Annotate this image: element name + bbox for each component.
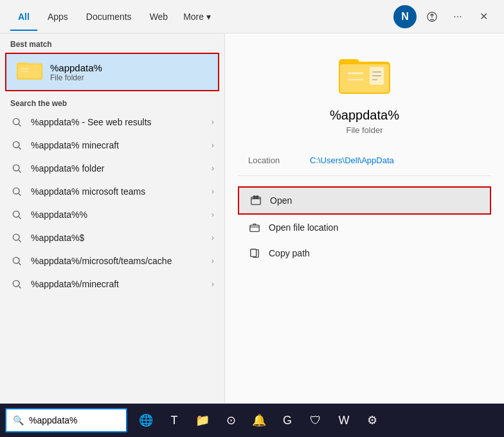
result-arrow-icon: ›: [212, 164, 214, 173]
svg-rect-36: [251, 249, 256, 257]
result-arrow-icon: ›: [212, 210, 214, 219]
result-item[interactable]: %appdata%% ›: [0, 203, 224, 226]
svg-line-15: [19, 217, 21, 219]
search-icon: 🔍: [13, 415, 24, 425]
notifications-icon[interactable]: 🔔: [246, 407, 273, 434]
chevron-down-icon: ▾: [206, 12, 211, 22]
taskbar: 🔍 🌐T📁⊙🔔G🛡W⚙: [0, 404, 504, 437]
action-item-copy_path[interactable]: Copy path: [238, 240, 491, 266]
svg-point-16: [13, 234, 19, 240]
close-icon[interactable]: ✕: [473, 6, 494, 27]
teams-icon[interactable]: T: [161, 407, 188, 434]
security-icon[interactable]: 🛡: [302, 407, 329, 434]
result-text: %appdata% folder: [31, 163, 204, 174]
result-text: %appdata% - See web results: [31, 117, 204, 127]
settings-icon[interactable]: ⚙: [359, 407, 386, 434]
avatar[interactable]: N: [393, 5, 417, 28]
search-result-icon: [10, 139, 23, 152]
result-list: %appdata% - See web results › %appdata% …: [0, 111, 224, 296]
result-text: %appdata%$: [31, 233, 204, 243]
best-match-item[interactable]: %appdata% File folder: [5, 53, 219, 91]
location-row: Location C:\Users\Dell\AppData: [238, 150, 491, 170]
result-arrow-icon: ›: [212, 280, 214, 289]
result-text: %appdata% microsoft teams: [31, 186, 204, 197]
web-search-label: Search the web: [0, 93, 224, 111]
action-label-open_file_location: Open file location: [269, 222, 338, 233]
svg-point-6: [13, 118, 19, 125]
result-text: %appdata% minecraft: [31, 140, 204, 150]
result-text: %appdata%%: [31, 210, 204, 220]
best-match-text: %appdata% File folder: [50, 62, 102, 82]
nav-tab-web[interactable]: Web: [142, 3, 176, 31]
result-item[interactable]: %appdata% microsoft teams ›: [0, 180, 224, 203]
svg-line-7: [19, 124, 21, 126]
detail-subtitle: File folder: [346, 125, 382, 135]
svg-line-21: [19, 286, 21, 288]
feedback-icon[interactable]: [422, 6, 442, 27]
svg-rect-31: [251, 197, 260, 205]
word-icon[interactable]: W: [330, 407, 357, 434]
nav-right-area: N ··· ✕: [393, 5, 494, 28]
search-result-icon: [10, 162, 23, 175]
edge-icon[interactable]: 🌐: [132, 407, 159, 434]
svg-rect-33: [256, 196, 258, 199]
open_file_location-icon: [248, 221, 261, 234]
action-list: Open Open file location Copy path: [238, 186, 491, 266]
search-bar[interactable]: 🔍: [5, 408, 127, 433]
chrome-icon[interactable]: ⊙: [217, 407, 244, 434]
result-item[interactable]: %appdata%$ ›: [0, 226, 224, 249]
copy_path-icon: [248, 247, 261, 260]
result-item[interactable]: %appdata%/minecraft ›: [0, 272, 224, 296]
result-text: %appdata%/minecraft: [31, 279, 204, 289]
best-match-title: %appdata%: [50, 62, 102, 73]
action-label-copy_path: Copy path: [269, 248, 310, 258]
detail-title: %appdata%: [330, 108, 399, 123]
location-value[interactable]: C:\Users\Dell\AppData: [310, 156, 394, 165]
ellipsis-icon[interactable]: ···: [447, 6, 468, 27]
open-icon: [249, 194, 262, 207]
search-input[interactable]: [29, 415, 141, 425]
svg-point-18: [13, 257, 19, 263]
result-item[interactable]: %appdata%/microsoft/teams/cache ›: [0, 249, 224, 272]
folder-icon: [17, 59, 42, 85]
action-item-open_file_location[interactable]: Open file location: [238, 215, 491, 240]
result-arrow-icon: ›: [212, 118, 214, 127]
search-result-icon: [10, 116, 23, 129]
svg-line-17: [19, 240, 21, 242]
svg-line-11: [19, 170, 21, 172]
nav-tab-apps[interactable]: Apps: [40, 3, 76, 31]
location-label: Location: [248, 156, 300, 165]
explorer-icon[interactable]: 📁: [189, 407, 216, 434]
main-area: Best match %appdata% File folder Search …: [0, 33, 504, 404]
result-item[interactable]: %appdata% - See web results ›: [0, 111, 224, 134]
result-item[interactable]: %appdata% minecraft ›: [0, 134, 224, 157]
svg-point-14: [13, 211, 19, 217]
search-result-icon: [10, 254, 23, 267]
action-label-open: Open: [270, 195, 292, 206]
svg-point-20: [13, 280, 19, 287]
search-result-icon: [10, 231, 23, 244]
search-result-icon: [10, 278, 23, 290]
right-panel: %appdata% File folder Location C:\Users\…: [225, 33, 504, 404]
best-match-subtitle: File folder: [50, 73, 102, 82]
action-item-open[interactable]: Open: [238, 186, 491, 215]
nav-tab-documents[interactable]: Documents: [78, 3, 140, 31]
result-arrow-icon: ›: [212, 256, 214, 265]
nav-tab-more[interactable]: More ▾: [178, 3, 216, 31]
google-icon[interactable]: G: [274, 407, 301, 434]
svg-point-8: [13, 141, 19, 148]
result-arrow-icon: ›: [212, 187, 214, 196]
result-item[interactable]: %appdata% folder ›: [0, 157, 224, 180]
svg-point-12: [13, 188, 19, 194]
svg-point-10: [13, 165, 19, 171]
result-text: %appdata%/microsoft/teams/cache: [31, 256, 204, 266]
nav-tab-all[interactable]: All: [10, 3, 37, 31]
svg-line-9: [19, 147, 21, 149]
taskbar-icons: 🌐T📁⊙🔔G🛡W⚙: [132, 407, 386, 434]
top-nav: All Apps Documents Web More ▾ N ··· ✕: [0, 0, 504, 33]
search-result-icon: [10, 185, 23, 198]
svg-rect-34: [250, 225, 259, 231]
result-arrow-icon: ›: [212, 233, 214, 242]
folder-large-icon: [339, 53, 390, 98]
best-match-label: Best match: [0, 33, 224, 51]
